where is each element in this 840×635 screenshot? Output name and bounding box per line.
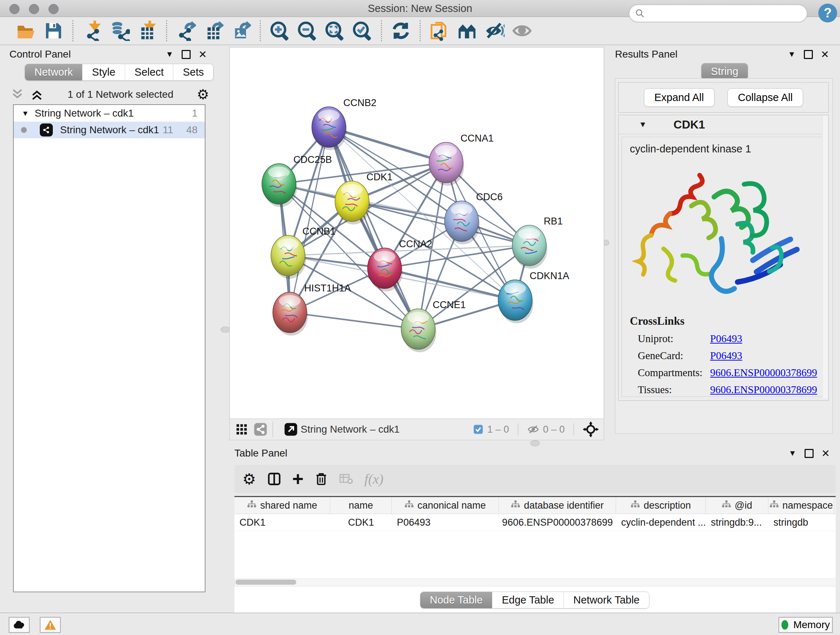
search-box[interactable] (629, 4, 807, 22)
show-columns-icon[interactable] (267, 472, 281, 486)
grid-view-icon[interactable] (235, 423, 248, 435)
expand-all-icon[interactable] (30, 88, 44, 101)
first-neighbors-button[interactable] (456, 20, 478, 42)
column-header-canonical-name[interactable]: canonical name (392, 497, 499, 514)
collapse-all-button[interactable]: Collapse All (728, 88, 804, 107)
edge-ccna2-cdkn1a[interactable] (385, 268, 515, 300)
expand-all-button[interactable]: Expand All (644, 88, 714, 107)
warning-button[interactable] (40, 617, 61, 633)
tab-network-table[interactable]: Network Table (564, 592, 649, 608)
gene-description: cyclin-dependent kinase 1 (630, 143, 825, 155)
panel-float-icon[interactable] (804, 50, 813, 59)
clone-network-button[interactable] (429, 20, 450, 42)
birdseye-target-icon[interactable] (583, 421, 599, 437)
node-ccne1[interactable] (401, 309, 436, 352)
cell-database-identifier[interactable]: 9606.ENSP00000378699 (499, 514, 616, 531)
node-cdkn1a[interactable] (498, 280, 533, 323)
tab-node-table[interactable]: Node Table (420, 592, 493, 608)
panel-menu-icon[interactable]: ▼ (789, 448, 797, 458)
edge-ccnb2-ccne1[interactable] (329, 127, 418, 329)
table-hscrollbar[interactable] (234, 578, 836, 586)
cloud-button[interactable] (9, 617, 30, 633)
memory-button[interactable]: Memory (778, 617, 833, 633)
zoom-selected-button[interactable] (351, 20, 373, 42)
network-share-icon[interactable] (254, 423, 267, 436)
cell-shared-name[interactable]: CDK1 (234, 514, 330, 531)
entry-caret-icon[interactable]: ▼ (639, 120, 647, 129)
search-input[interactable] (645, 8, 807, 19)
column-header-shared-name[interactable]: shared name (234, 497, 330, 514)
table-row[interactable]: CDK1CDK1P064939606.ENSP00000378699cyclin… (234, 514, 836, 531)
hidden-eye-icon[interactable] (527, 424, 539, 435)
network-canvas[interactable]: CCNB2CCNA1CDC25BCDK1CDC6RB1CCNB1CCNA2CDK… (229, 47, 604, 419)
tab-edge-table[interactable]: Edge Table (493, 592, 564, 608)
collection-caret-icon[interactable]: ▼ (22, 109, 29, 118)
crosslink-link[interactable]: P06493 (710, 350, 742, 362)
node-ccnb2[interactable] (312, 107, 347, 150)
open-external-icon[interactable] (284, 423, 298, 436)
export-image-button[interactable] (230, 20, 252, 42)
column-header-description[interactable]: description (616, 497, 706, 514)
node-rb1[interactable] (512, 225, 547, 269)
crosslink-link[interactable]: P06493 (710, 333, 742, 345)
cell-description[interactable]: cyclin-dependent ... (616, 514, 706, 531)
node-ccnb1[interactable] (271, 235, 306, 279)
crosslink-link[interactable]: 9606.ENSP00000378699 (710, 384, 817, 396)
tab-network[interactable]: Network (25, 64, 82, 80)
edge-hist1h1a-ccne1[interactable] (290, 312, 418, 329)
panel-menu-icon[interactable]: ▼ (788, 50, 796, 59)
column-header-name[interactable]: name (330, 497, 392, 514)
node-cdc25b[interactable] (262, 164, 297, 207)
results-panel: Results Panel ▼ ✕ String Expand All Coll… (609, 47, 840, 440)
network-row-selected[interactable]: String Network – cdk1 11 48 (14, 122, 205, 138)
panel-close-icon[interactable]: ✕ (821, 49, 829, 60)
horizontal-splitter-handle[interactable] (531, 440, 540, 447)
cell-name[interactable]: CDK1 (330, 514, 392, 531)
node-hist1h1a[interactable] (273, 292, 308, 336)
import-table-button[interactable] (136, 20, 158, 42)
panel-float-icon[interactable] (182, 50, 191, 59)
cell-@id[interactable]: stringdb:9... (706, 514, 768, 531)
crosslink-link[interactable]: 9606.ENSP00000378699 (710, 367, 817, 379)
hide-selected-button[interactable] (484, 20, 505, 42)
column-header-@id[interactable]: @id (706, 497, 768, 514)
column-header-namespace[interactable]: namespace (768, 497, 834, 514)
tab-string[interactable]: String (701, 63, 748, 80)
import-database-button[interactable] (109, 20, 131, 42)
tab-select[interactable]: Select (125, 64, 174, 80)
zoom-fit-button[interactable] (324, 20, 346, 42)
cell-canonical-name[interactable]: P06493 (392, 514, 499, 531)
tab-style[interactable]: Style (82, 64, 125, 80)
panel-close-icon[interactable]: ✕ (199, 49, 207, 60)
panel-float-icon[interactable] (805, 449, 813, 458)
refresh-button[interactable] (390, 20, 412, 42)
export-network-button[interactable] (175, 20, 197, 42)
node-cdk1[interactable] (335, 181, 370, 225)
network-collection-row[interactable]: ▼ String Network – cdk1 1 (14, 105, 205, 122)
node-cdc6[interactable] (445, 201, 480, 244)
export-table-button[interactable] (202, 20, 224, 42)
open-session-button[interactable] (15, 20, 37, 42)
delete-column-icon[interactable] (314, 472, 328, 486)
network-graph[interactable]: CCNB2CCNA1CDC25BCDK1CDC6RB1CCNB1CCNA2CDK… (230, 48, 604, 418)
panel-menu-icon[interactable]: ▼ (166, 50, 174, 59)
panel-close-icon[interactable]: ✕ (821, 448, 830, 459)
cell-namespace[interactable]: stringdb (768, 514, 834, 531)
network-options-gear-icon[interactable]: ⚙ (197, 88, 209, 101)
column-header-database-identifier[interactable]: database identifier (499, 497, 616, 514)
node-ccna2[interactable] (368, 248, 403, 291)
zoom-out-button[interactable] (296, 20, 318, 42)
import-network-button[interactable] (81, 20, 103, 42)
help-button[interactable]: ? (818, 4, 837, 22)
save-session-button[interactable] (43, 20, 65, 42)
show-all-button[interactable] (511, 20, 533, 42)
left-splitter-handle[interactable] (221, 326, 230, 333)
tab-sets[interactable]: Sets (173, 64, 213, 80)
node-ccna1[interactable] (429, 142, 464, 186)
results-scrollbar[interactable] (822, 116, 828, 398)
create-column-icon[interactable]: + (292, 472, 304, 486)
zoom-in-button[interactable] (269, 20, 291, 42)
selected-checkbox-icon[interactable] (473, 424, 484, 435)
table-settings-gear-icon[interactable]: ⚙ (242, 470, 256, 488)
collapse-all-icon[interactable] (10, 88, 25, 101)
